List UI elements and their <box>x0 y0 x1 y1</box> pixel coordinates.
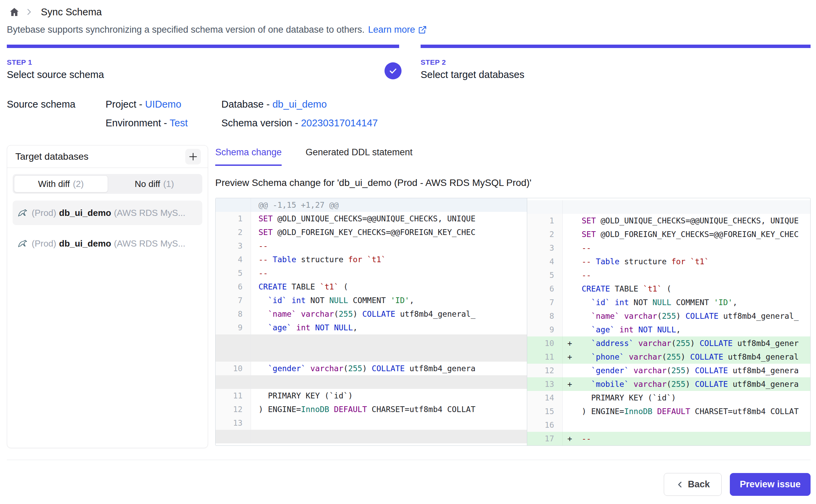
field-value-link-project[interactable]: UIDemo <box>145 99 181 110</box>
diff-line: 12 `gender` varchar(255) COLLATE utf8mb4… <box>527 364 810 377</box>
line-number: 10 <box>527 336 563 350</box>
code-text: `gender` varchar(255) COLLATE utf8mb4_ge… <box>578 364 810 377</box>
diff-line: 1SET @OLD_UNIQUE_CHECKS=@@UNIQUE_CHECKS,… <box>216 212 527 225</box>
field-value-link-environment[interactable]: Test <box>170 117 188 128</box>
target-databases-header: Target databases <box>7 145 208 168</box>
add-database-button[interactable] <box>185 149 201 164</box>
stepper: STEP 1 Select source schema STEP 2 Selec… <box>7 45 811 80</box>
line-number: 9 <box>527 323 563 336</box>
line-number: 12 <box>216 403 251 416</box>
mysql-icon <box>17 207 28 218</box>
line-number: 4 <box>216 253 251 266</box>
learn-more-link[interactable]: Learn more <box>368 25 427 35</box>
code-text: SET @OLD_FOREIGN_KEY_CHECKS=@@FOREIGN_KE… <box>251 225 527 239</box>
diff-line: 3-- <box>527 241 810 255</box>
code-text <box>251 416 527 430</box>
tab-with-diff[interactable]: With diff(2) <box>14 175 108 192</box>
diff-spacer-row <box>216 375 527 389</box>
line-number: 13 <box>527 377 563 391</box>
instance-suffix: (AWS RDS MyS... <box>114 238 185 249</box>
diff-line: 9 `age` int NOT NULL, <box>527 323 810 336</box>
line-number: 16 <box>527 418 563 432</box>
diff-hunk-row: @@ -1,15 +1,27 @@ <box>216 198 527 212</box>
line-number: 12 <box>527 364 563 377</box>
chevron-right-icon <box>25 7 33 16</box>
code-text: PRIMARY KEY (`id`) <box>578 391 810 405</box>
diff-sign <box>563 323 578 336</box>
code-text <box>251 334 527 348</box>
database-item[interactable]: (Prod)db_ui_demo(AWS RDS MyS... <box>13 231 202 256</box>
line-number: 6 <box>216 280 251 294</box>
code-text: ) ENGINE=InnoDB DEFAULT CHARSET=utf8mb4 … <box>251 403 527 416</box>
diff-line: 17+-- <box>527 432 810 445</box>
step-1-label: STEP 1 <box>7 58 399 66</box>
line-number <box>216 375 251 389</box>
code-text: SET @OLD_UNIQUE_CHECKS=@@UNIQUE_CHECKS, … <box>251 212 527 225</box>
line-number: 2 <box>527 227 563 241</box>
environment-badge: (Prod) <box>32 208 56 218</box>
database-item[interactable]: (Prod)db_ui_demo(AWS RDS MyS... <box>13 201 202 225</box>
preview-issue-button[interactable]: Preview issue <box>730 473 811 496</box>
code-text: -- <box>578 268 810 282</box>
line-number <box>216 334 251 348</box>
diff-line: 5-- <box>527 268 810 282</box>
instance-suffix: (AWS RDS MyS... <box>114 208 185 218</box>
code-text: `address` varchar(255) COLLATE utf8mb4_g… <box>578 336 810 350</box>
code-text: SET @OLD_FOREIGN_KEY_CHECKS=@@FOREIGN_KE… <box>578 227 810 241</box>
diff-filter-tabs: With diff(2)No diff(1) <box>13 174 202 194</box>
diff-line: 15) ENGINE=InnoDB DEFAULT CHARSET=utf8mb… <box>527 405 810 418</box>
diff-sign <box>563 241 578 255</box>
diff-line: 14 PRIMARY KEY (`id`) <box>527 391 810 405</box>
field-name: Environment - <box>106 117 170 128</box>
diff-sign <box>563 268 578 282</box>
field-value-link-schema-version[interactable]: 20230317014147 <box>301 117 378 128</box>
source-field-environment: Environment - Test <box>106 117 221 129</box>
footer-actions: Back Preview issue <box>7 473 811 496</box>
step-1-check-icon <box>385 62 402 79</box>
line-number: 5 <box>527 268 563 282</box>
line-number: 7 <box>527 296 563 309</box>
diff-sign <box>563 364 578 377</box>
step-1: STEP 1 Select source schema <box>7 45 399 80</box>
code-text: `mobile` varchar(255) COLLATE utf8mb4_ge… <box>578 377 810 391</box>
diff-sign: + <box>563 377 578 391</box>
target-databases-title: Target databases <box>15 151 89 162</box>
diff-spacer-row <box>216 348 527 362</box>
diff-spacer-row <box>216 430 527 443</box>
back-button[interactable]: Back <box>664 473 722 496</box>
diff-line: 8 `name` varchar(255) COLLATE utf8mb4_ge… <box>527 309 810 323</box>
step-2-progress-bar <box>421 45 811 48</box>
diff-line: 10 `gender` varchar(255) COLLATE utf8mb4… <box>216 362 527 375</box>
diff-line: 16 <box>527 418 810 432</box>
diff-line: 5-- <box>216 266 527 280</box>
chevron-left-icon <box>676 480 685 489</box>
line-number: 4 <box>527 255 563 268</box>
tab-no-diff[interactable]: No diff(1) <box>108 175 201 192</box>
diff-line: 9 `age` int NOT NULL, <box>216 321 527 334</box>
tab-count: (2) <box>73 179 84 189</box>
database-name: db_ui_demo <box>59 238 111 249</box>
line-number: 11 <box>216 389 251 403</box>
line-number: 13 <box>216 416 251 430</box>
code-text <box>578 418 810 432</box>
line-number: 2 <box>216 225 251 239</box>
line-number: 15 <box>527 405 563 418</box>
tab-generated-ddl-statement[interactable]: Generated DDL statement <box>305 147 412 166</box>
step-2-title: Select target databases <box>421 69 811 80</box>
line-number <box>216 198 251 212</box>
intro-description: Bytebase supports synchronizing a specif… <box>7 25 365 35</box>
page-title: Sync Schema <box>41 6 102 18</box>
diff-line: 13 <box>216 416 527 430</box>
tab-schema-change[interactable]: Schema change <box>215 147 282 166</box>
home-icon[interactable] <box>9 6 20 17</box>
diff-line: 6CREATE TABLE `t1` ( <box>216 280 527 294</box>
diff-sign <box>563 255 578 268</box>
diff-sign <box>563 418 578 432</box>
line-number: 8 <box>527 309 563 323</box>
diff-line: 11+ `phone` varchar(255) COLLATE utf8mb4… <box>527 350 810 364</box>
field-value-link-database[interactable]: db_ui_demo <box>272 99 327 110</box>
diff-sign <box>563 391 578 405</box>
code-text: ) ENGINE=InnoDB DEFAULT CHARSET=utf8mb4 … <box>578 405 810 418</box>
line-number: 3 <box>527 241 563 255</box>
diff-line: 13+ `mobile` varchar(255) COLLATE utf8mb… <box>527 377 810 391</box>
